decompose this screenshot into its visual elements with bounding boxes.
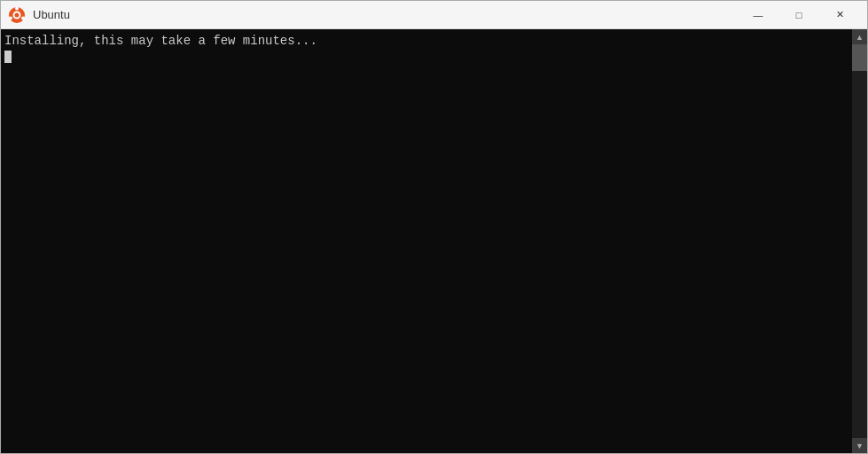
ubuntu-icon xyxy=(8,6,26,24)
svg-point-2 xyxy=(15,6,19,10)
terminal-cursor-line xyxy=(4,51,848,63)
scrollbar-track[interactable]: ▲ ▼ xyxy=(852,29,867,453)
terminal-line-1: Installing, this may take a few minutes.… xyxy=(4,33,848,51)
svg-point-3 xyxy=(21,16,25,20)
close-button[interactable]: ✕ xyxy=(819,1,860,29)
window-controls: — □ ✕ xyxy=(738,1,860,29)
scrollbar-up-arrow[interactable]: ▲ xyxy=(852,29,867,44)
titlebar: Ubuntu — □ ✕ xyxy=(1,1,867,29)
minimize-button[interactable]: — xyxy=(738,1,778,29)
terminal-cursor xyxy=(4,51,12,63)
window-title: Ubuntu xyxy=(33,8,738,21)
window: Ubuntu — □ ✕ Installing, this may take a… xyxy=(0,0,868,454)
maximize-button[interactable]: □ xyxy=(778,1,819,29)
svg-point-4 xyxy=(9,16,12,20)
scrollbar-thumb-area xyxy=(852,44,867,438)
scrollbar-thumb[interactable] xyxy=(852,44,867,71)
terminal-area[interactable]: Installing, this may take a few minutes.… xyxy=(1,29,867,453)
terminal-content: Installing, this may take a few minutes.… xyxy=(1,29,852,453)
scrollbar-down-arrow[interactable]: ▼ xyxy=(852,438,867,453)
